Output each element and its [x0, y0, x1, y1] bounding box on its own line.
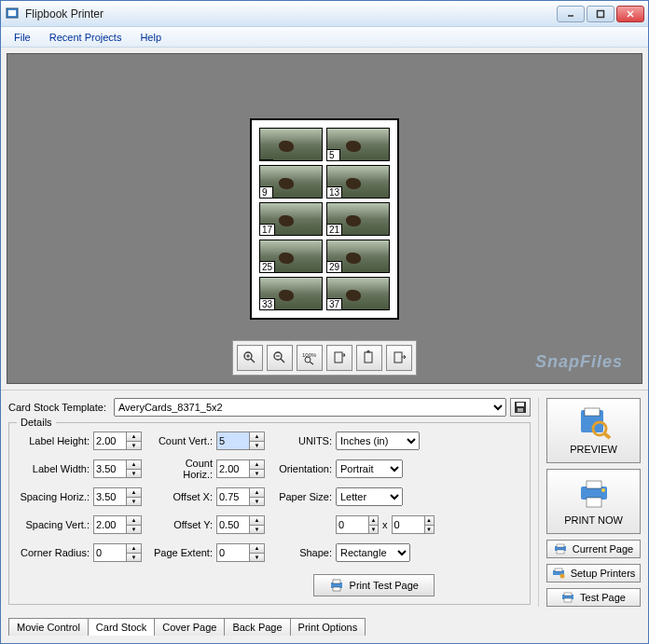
- spin-down[interactable]: ▼: [250, 442, 264, 450]
- tab-cover-page[interactable]: Cover Page: [154, 618, 225, 636]
- printer-icon: [561, 592, 574, 603]
- paper-size-select[interactable]: Letter: [336, 487, 403, 506]
- offset-x-input[interactable]: [217, 488, 249, 505]
- tab-card-stock[interactable]: Card Stock: [88, 618, 155, 636]
- label-width-label: Label Width:: [17, 463, 90, 474]
- spacing-horiz-input[interactable]: [94, 488, 126, 505]
- minimize-button[interactable]: [557, 6, 585, 22]
- label-height-spinner[interactable]: ▲▼: [93, 432, 142, 450]
- spin-up[interactable]: ▲: [127, 488, 141, 498]
- spin-up[interactable]: ▲: [250, 544, 264, 554]
- svg-rect-19: [394, 352, 402, 363]
- count-horiz-spinner[interactable]: ▲▼: [216, 459, 265, 478]
- spin-up[interactable]: ▲: [250, 432, 264, 442]
- card-cell: 29: [326, 240, 390, 273]
- count-vert-spinner[interactable]: ▲▼: [216, 432, 265, 450]
- preview-button[interactable]: PREVIEW: [546, 398, 641, 463]
- setup-printers-button[interactable]: Setup Printers: [546, 564, 641, 582]
- setup-printers-label: Setup Printers: [571, 568, 636, 579]
- shape-select[interactable]: Rectangle: [336, 543, 410, 562]
- frame-number: 5: [327, 149, 340, 160]
- svg-rect-26: [333, 587, 340, 591]
- spin-up[interactable]: ▲: [127, 516, 141, 526]
- close-button[interactable]: [616, 6, 644, 22]
- svg-rect-25: [333, 580, 340, 583]
- frame-number: 17: [260, 224, 275, 235]
- fit-height-button[interactable]: [386, 345, 412, 371]
- spin-down[interactable]: ▼: [369, 526, 378, 534]
- label-width-spinner[interactable]: ▲▼: [93, 459, 142, 478]
- paper-height-spinner[interactable]: ▲▼: [392, 515, 435, 534]
- spin-down[interactable]: ▼: [250, 470, 264, 478]
- spin-down[interactable]: ▼: [127, 498, 141, 506]
- spin-up[interactable]: ▲: [425, 516, 434, 526]
- fit-page-button[interactable]: [326, 345, 352, 371]
- orientation-label: Orientation:: [276, 463, 332, 474]
- spacing-horiz-spinner[interactable]: ▲▼: [93, 487, 142, 506]
- menu-recent-projects[interactable]: Recent Projects: [40, 30, 131, 45]
- tab-back-page[interactable]: Back Page: [224, 618, 290, 636]
- print-test-button[interactable]: Print Test Page: [313, 574, 435, 596]
- offset-x-spinner[interactable]: ▲▼: [216, 487, 265, 506]
- spin-up[interactable]: ▲: [127, 544, 141, 554]
- count-vert-input[interactable]: [217, 432, 249, 449]
- tab-print-options[interactable]: Print Options: [290, 618, 366, 636]
- spin-up[interactable]: ▲: [250, 460, 264, 470]
- page-extent-input[interactable]: [217, 544, 249, 561]
- current-page-button[interactable]: Current Page: [546, 540, 641, 558]
- spin-down[interactable]: ▼: [250, 526, 264, 534]
- test-page-button[interactable]: Test Page: [546, 588, 641, 607]
- app-window: Flipbook Printer File Recent Projects He…: [0, 0, 649, 644]
- spin-up[interactable]: ▲: [369, 516, 378, 526]
- tab-movie-control[interactable]: Movie Control: [8, 618, 89, 636]
- count-horiz-input[interactable]: [217, 460, 249, 477]
- svg-rect-37: [557, 550, 564, 554]
- paper-width-spinner[interactable]: ▲▼: [336, 515, 379, 534]
- fit-width-button[interactable]: [356, 345, 382, 371]
- zoom-in-button[interactable]: [237, 345, 263, 371]
- template-select[interactable]: AveryCards_8371_5x2: [114, 398, 506, 417]
- label-height-input[interactable]: [94, 432, 126, 449]
- spin-up[interactable]: ▲: [250, 488, 264, 498]
- spin-down[interactable]: ▼: [127, 442, 141, 450]
- label-width-input[interactable]: [94, 460, 126, 477]
- offset-y-spinner[interactable]: ▲▼: [216, 515, 265, 534]
- paper-size-label: Paper Size:: [276, 491, 332, 502]
- offset-y-input[interactable]: [217, 516, 249, 533]
- svg-line-11: [281, 359, 284, 363]
- spin-down[interactable]: ▼: [250, 554, 264, 562]
- spin-up[interactable]: ▲: [127, 432, 141, 442]
- save-template-button[interactable]: [510, 398, 531, 417]
- zoom-out-button[interactable]: [267, 345, 293, 371]
- tabs-row: Movie Control Card Stock Cover Page Back…: [1, 614, 648, 643]
- page-extent-spinner[interactable]: ▲▼: [216, 543, 265, 562]
- spacing-vert-input[interactable]: [94, 516, 126, 533]
- units-select[interactable]: Inches (in): [336, 432, 420, 450]
- spacing-vert-spinner[interactable]: ▲▼: [93, 515, 142, 534]
- menu-file[interactable]: File: [5, 30, 40, 45]
- spin-down[interactable]: ▼: [250, 498, 264, 506]
- menu-help[interactable]: Help: [131, 30, 171, 45]
- window-title: Flipbook Printer: [25, 7, 557, 21]
- svg-rect-17: [365, 352, 372, 363]
- print-now-button[interactable]: PRINT NOW: [546, 469, 641, 534]
- spin-down[interactable]: ▼: [127, 470, 141, 478]
- spin-up[interactable]: ▲: [127, 460, 141, 470]
- spacing-horiz-label: Spacing Horiz.:: [17, 491, 90, 502]
- paper-height-input[interactable]: [393, 516, 424, 533]
- paper-width-input[interactable]: [337, 516, 368, 533]
- card-cell: [259, 128, 323, 161]
- spin-down[interactable]: ▼: [127, 526, 141, 534]
- corner-radius-spinner[interactable]: ▲▼: [93, 543, 142, 562]
- svg-rect-43: [564, 598, 572, 602]
- spin-down[interactable]: ▼: [425, 526, 434, 534]
- corner-radius-input[interactable]: [94, 544, 126, 561]
- svg-point-40: [559, 574, 564, 579]
- details-legend: Details: [17, 417, 56, 428]
- spin-down[interactable]: ▼: [127, 554, 141, 562]
- zoom-100-button[interactable]: 100%: [297, 345, 323, 371]
- maximize-button[interactable]: [587, 6, 614, 22]
- spin-up[interactable]: ▲: [250, 516, 264, 526]
- orientation-select[interactable]: Portrait: [336, 459, 403, 478]
- dim-sep: x: [382, 519, 388, 530]
